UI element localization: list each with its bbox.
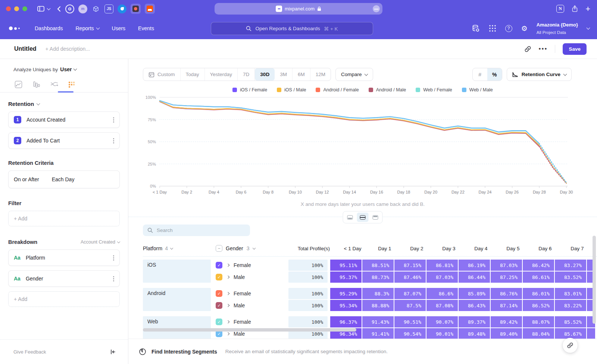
retention-cell[interactable]: 86.76% — [491, 288, 522, 299]
orange-pinned-extension-icon[interactable] — [145, 4, 155, 14]
new-tab-icon[interactable]: + — [585, 5, 590, 13]
retention-cell[interactable]: 95.37% — [330, 272, 362, 283]
expand-row-icon[interactable] — [226, 276, 229, 279]
horizontal-scrollbar[interactable] — [143, 328, 356, 332]
retention-cell[interactable]: 91.43% — [362, 316, 394, 327]
zoom-window-button[interactable] — [22, 6, 27, 11]
js-extension-icon[interactable]: JS — [104, 4, 113, 13]
retention-cell[interactable]: 88.88% — [362, 300, 394, 311]
platform-cell[interactable]: Android — [143, 288, 211, 311]
more-options-icon[interactable] — [113, 140, 114, 141]
range-today[interactable]: Today — [181, 68, 205, 81]
legend-item[interactable]: Android / Female — [316, 87, 359, 92]
series-checkbox[interactable]: ✓ — [216, 318, 222, 325]
expand-row-icon[interactable] — [226, 264, 229, 267]
retention-cell[interactable]: 90.01% — [426, 328, 458, 339]
total-profiles-column-header[interactable]: Total Profile(s) — [295, 246, 334, 251]
range-7d[interactable]: 7D — [238, 68, 255, 81]
report-title[interactable]: Untitled — [14, 46, 37, 52]
chart-only-view-button[interactable] — [344, 213, 356, 222]
retention-cell[interactable]: 86.52% — [523, 300, 554, 311]
retention-cell[interactable]: 87.03% — [426, 272, 458, 283]
expand-row-icon[interactable] — [226, 304, 229, 307]
day-column-header[interactable]: Day 1 — [369, 246, 400, 251]
settings-gear-icon[interactable]: ⚙ — [521, 25, 528, 32]
chart-type-selector[interactable]: Retention Curve — [507, 68, 572, 81]
retention-cell[interactable]: 88.07% — [523, 316, 554, 327]
retention-step-1[interactable]: 1Account Created — [8, 112, 120, 128]
table-only-view-button[interactable] — [370, 213, 381, 222]
retention-cell[interactable]: 89.42% — [491, 316, 522, 327]
report-description-placeholder[interactable]: + Add description... — [46, 46, 90, 52]
percent-toggle[interactable]: % — [487, 68, 502, 81]
breakdown-event-selector[interactable]: Account Created — [81, 239, 120, 245]
day-column-header[interactable]: Day 5 — [497, 246, 529, 251]
retention-cell[interactable]: 95.29% — [330, 288, 362, 299]
retention-cell[interactable]: 87.46% — [394, 272, 426, 283]
day-column-header[interactable]: Day 4 — [465, 246, 497, 251]
breakdown-platform[interactable]: AaPlatform — [8, 250, 120, 266]
collapse-sidebar-icon[interactable] — [110, 349, 116, 355]
retention-cell[interactable]: 86.43% — [459, 300, 490, 311]
retention-cell[interactable]: 89.48% — [459, 328, 490, 339]
range-12m[interactable]: 12M — [310, 68, 331, 81]
series-checkbox[interactable]: ✓ — [216, 302, 222, 309]
retention-cell[interactable]: 88.3% — [362, 288, 394, 299]
url-bar[interactable]: ••• mixpanel.com ••• — [215, 3, 382, 15]
analyze-uniques-value[interactable]: User — [60, 66, 72, 72]
minimize-window-button[interactable] — [14, 6, 19, 11]
nav-item-reports[interactable]: Reports — [76, 25, 99, 31]
share-icon[interactable] — [572, 5, 578, 12]
notion-icon[interactable]: N — [556, 5, 564, 13]
retention-cell[interactable]: 86.44% — [459, 272, 490, 283]
retention-cell[interactable]: 83.01% — [555, 288, 586, 299]
tab-retention[interactable] — [67, 80, 77, 92]
retention-cell[interactable]: 86.6% — [426, 288, 458, 299]
retention-cell[interactable]: 86.01% — [523, 288, 554, 299]
url-more-icon[interactable]: ••• — [373, 5, 380, 12]
retention-cell[interactable]: 90.54% — [394, 328, 426, 339]
breakdown-gender[interactable]: AaGender — [8, 270, 120, 287]
retention-section-title[interactable]: Retention — [8, 101, 34, 107]
save-button[interactable]: Save — [563, 43, 587, 55]
retention-cell[interactable]: 90.07% — [426, 316, 458, 327]
retention-cell[interactable]: 86.19% — [459, 260, 490, 271]
retention-cell[interactable]: 86.81% — [426, 260, 458, 271]
retention-cell[interactable]: 86.42% — [523, 260, 554, 271]
day-column-header[interactable]: Day 3 — [433, 246, 465, 251]
split-view-button[interactable] — [357, 213, 369, 222]
share-link-fab[interactable] — [563, 338, 578, 353]
close-window-button[interactable] — [6, 6, 11, 11]
retention-cell[interactable]: 95.34% — [330, 300, 362, 311]
criteria-operator[interactable]: On or After — [14, 176, 39, 182]
retention-cell[interactable]: 85.52% — [555, 316, 586, 327]
series-checkbox[interactable]: ✓ — [216, 262, 222, 269]
segments-title[interactable]: Find Interesting Segments — [151, 349, 217, 355]
red-pinned-extension-icon[interactable] — [131, 4, 141, 14]
retention-cell[interactable]: 91.41% — [362, 328, 394, 339]
day-column-header[interactable]: Day 2 — [401, 246, 432, 251]
retention-cell[interactable]: 86.61% — [523, 272, 554, 283]
retention-cell[interactable]: 88.04% — [523, 328, 554, 339]
bird-extension-icon[interactable] — [118, 4, 126, 13]
platform-cell[interactable]: Web — [143, 316, 211, 339]
retention-cell[interactable]: 85.89% — [459, 288, 490, 299]
range-3m[interactable]: 3M — [275, 68, 293, 81]
legend-item[interactable]: Web / Female — [416, 87, 452, 92]
range-custom[interactable]: Custom — [143, 68, 181, 81]
cube-extension-icon[interactable] — [91, 4, 100, 13]
retention-cell[interactable]: 88.51% — [362, 260, 394, 271]
retention-cell[interactable]: 87.08% — [426, 300, 458, 311]
m-avatar-extension-icon[interactable]: m — [78, 4, 87, 13]
nav-item-users[interactable]: Users — [112, 25, 126, 31]
legend-item[interactable]: iOS / Male — [277, 87, 306, 92]
retention-chart[interactable]: 0%25%50%75%100%< 1 DayDay 2Day 4Day 6Day… — [138, 94, 597, 198]
retention-cell[interactable]: 89.37% — [459, 316, 490, 327]
platform-column-header[interactable]: Platform 4 — [143, 245, 173, 251]
retention-cell[interactable]: 89.40% — [491, 328, 522, 339]
day-column-header[interactable]: Day 6 — [529, 246, 561, 251]
more-menu-icon[interactable]: ••• — [539, 45, 548, 53]
retention-cell[interactable]: 90.51% — [394, 316, 426, 327]
range-6m[interactable]: 6M — [293, 68, 310, 81]
sidebar-toggle-icon[interactable] — [37, 6, 44, 12]
